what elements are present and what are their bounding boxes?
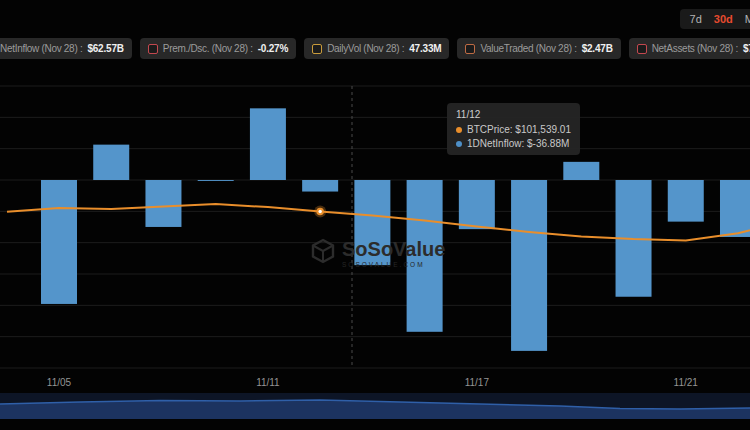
netinflow-bar-11-18[interactable] xyxy=(511,180,547,351)
netinflow-bar-11-14[interactable] xyxy=(407,180,443,332)
x-tick-label: 11/11 xyxy=(256,377,280,388)
x-tick-label: 11/17 xyxy=(465,377,489,388)
netinflow-bar-11-06[interactable] xyxy=(93,145,129,180)
netinflow-chart[interactable] xyxy=(0,0,750,392)
netinflow-bar-11-24[interactable] xyxy=(720,180,750,237)
x-tick-label: 11/21 xyxy=(674,377,698,388)
netinflow-bar-11-13[interactable] xyxy=(354,180,390,265)
netinflow-bar-11-17[interactable] xyxy=(459,180,495,229)
hover-dot-core xyxy=(318,210,321,213)
netinflow-bar-11-10[interactable] xyxy=(198,180,234,181)
netinflow-bar-11-12[interactable] xyxy=(302,180,338,192)
etf-dashboard: 7d30dM NetInflow (Nov 28) :$62.57BPrem./… xyxy=(0,0,750,430)
netinflow-bar-11-07[interactable] xyxy=(145,180,181,227)
chart-navigator[interactable] xyxy=(0,393,750,419)
x-tick-label: 11/05 xyxy=(47,377,71,388)
netinflow-bar-11-19[interactable] xyxy=(563,162,599,180)
netinflow-bar-11-11[interactable] xyxy=(250,108,286,180)
netinflow-bar-11-21[interactable] xyxy=(668,180,704,222)
netinflow-bar-11-05[interactable] xyxy=(41,180,77,304)
